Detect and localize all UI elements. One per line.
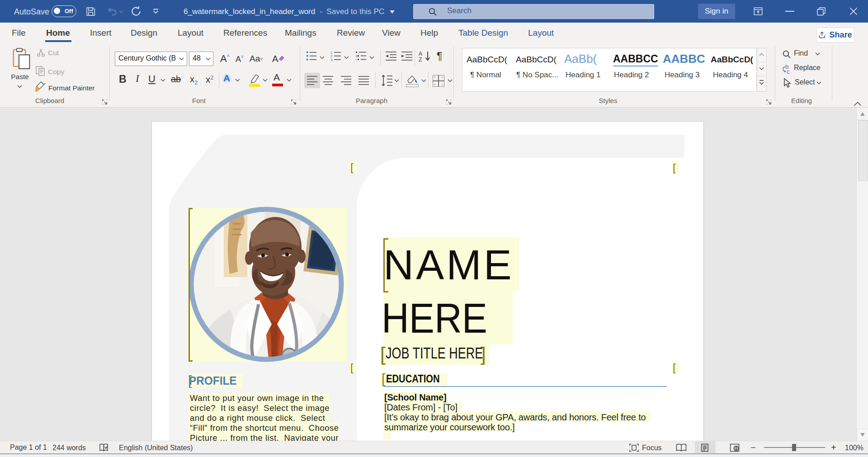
svg-text:c: c — [787, 68, 790, 74]
svg-text:A: A — [419, 51, 422, 57]
svg-text:a: a — [356, 54, 358, 57]
svg-text:3: 3 — [330, 58, 332, 61]
svg-text:Z: Z — [419, 57, 422, 62]
svg-text:i: i — [356, 58, 357, 61]
